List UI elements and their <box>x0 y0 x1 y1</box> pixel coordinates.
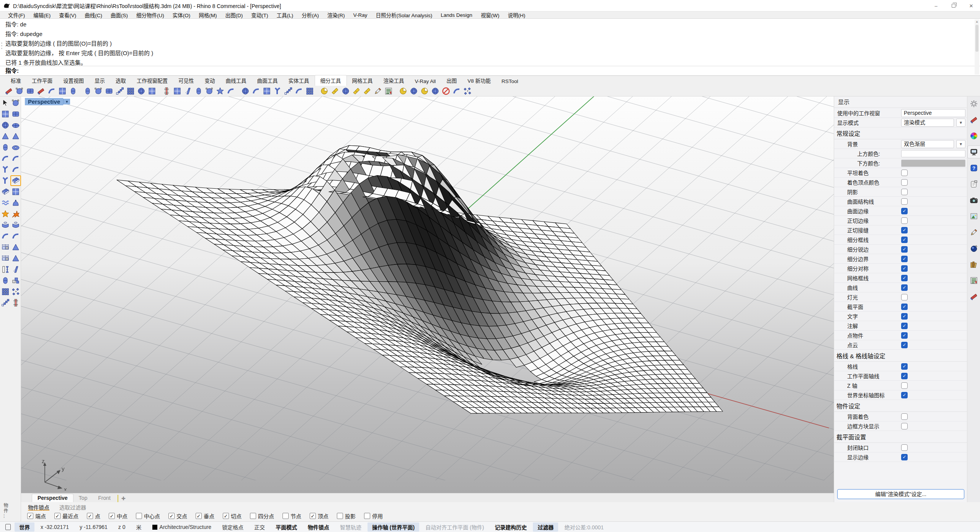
osnap-option-checked[interactable]: ✓最近点 <box>54 512 78 520</box>
statusbar-item[interactable]: 智慧轨迹 <box>335 522 366 532</box>
subd-extrude-slab-icon[interactable] <box>0 187 10 197</box>
command-history-area[interactable]: 指令: de指令: dupedge选取要复制的边缘 ( 目的图层(O)=目前的 … <box>0 18 980 76</box>
osnap-option-checked[interactable]: ✓垂点 <box>196 512 214 520</box>
subd-display-icon[interactable] <box>4 86 13 96</box>
osnap-option-checked[interactable]: ✓顶点 <box>310 512 328 520</box>
menu-item-v[interactable]: 查看(V) <box>55 11 80 19</box>
checkbox-checked[interactable]: ✓ <box>901 454 908 460</box>
menu-item-landsdesign[interactable]: Lands Design <box>436 12 477 18</box>
gold-ring-icon[interactable] <box>398 86 408 96</box>
osnap-checkbox[interactable]: ✓ <box>54 513 60 519</box>
minimize-button[interactable]: – <box>927 0 945 11</box>
checkbox-unchecked[interactable] <box>901 179 908 186</box>
subd-plane-icon[interactable] <box>0 109 10 119</box>
osnap-checkbox[interactable] <box>283 513 289 519</box>
checkbox-unchecked[interactable] <box>901 198 908 205</box>
library-books-icon[interactable] <box>968 258 980 271</box>
subd-wedge-solid-icon[interactable] <box>11 242 21 252</box>
osnap-option-unchecked[interactable]: 中心点 <box>136 512 160 520</box>
subd-stitch-icon[interactable] <box>115 86 124 96</box>
chevron-down-icon[interactable]: ▼ <box>956 140 965 148</box>
subd-star-point-icon[interactable] <box>215 86 225 96</box>
statusbar-item[interactable]: 世界 <box>15 522 34 532</box>
statusbar-pane-icon[interactable] <box>5 524 11 530</box>
subd-swirl-icon[interactable] <box>251 86 261 96</box>
viewport-title-dropdown-icon[interactable]: ▼ <box>63 99 70 104</box>
subd-hourglass-icon[interactable] <box>0 264 10 274</box>
viewport-title-label[interactable]: Perspective <box>25 98 63 105</box>
menu-item-u[interactable]: 细分物件(U) <box>132 11 168 19</box>
checkbox-checked[interactable]: ✓ <box>901 246 908 253</box>
checkbox-checked[interactable]: ✓ <box>901 265 908 272</box>
subd-pipe-join-icon[interactable] <box>283 86 293 96</box>
subd-truncated-cone-icon[interactable] <box>11 131 21 141</box>
toolbar-tab[interactable]: 工作视窗配置 <box>131 75 173 86</box>
restore-button[interactable] <box>945 0 962 11</box>
color-swatch[interactable] <box>901 160 965 167</box>
brush-tool-icon[interactable] <box>373 86 382 96</box>
material-ball-icon[interactable] <box>968 242 980 255</box>
toolbar-tab[interactable]: V8 新功能 <box>462 75 496 86</box>
osnap-option-unchecked[interactable]: 四分点 <box>250 512 274 520</box>
pie-sphere-icon[interactable] <box>409 86 418 96</box>
toolbar-tab[interactable]: 细分工具 <box>315 75 347 86</box>
checkbox-checked[interactable]: ✓ <box>901 227 908 233</box>
menu-item-f[interactable]: 文件(F) <box>4 11 29 19</box>
pen-icon[interactable] <box>968 226 980 239</box>
help-icon[interactable]: ? <box>968 162 980 175</box>
viewport-tab-perspective[interactable]: Perspective <box>32 494 74 502</box>
checkbox-unchecked[interactable] <box>901 413 908 420</box>
statusbar-item[interactable]: z 0 <box>114 523 130 531</box>
checkbox-unchecked[interactable] <box>901 444 908 451</box>
subd-ball-join-icon[interactable] <box>240 86 250 96</box>
subd-sphere-icon[interactable] <box>0 120 10 130</box>
statusbar-item[interactable]: 正交 <box>250 522 270 532</box>
subd-crown-icon[interactable] <box>11 198 21 208</box>
subd-hexagon-icon[interactable] <box>93 86 103 96</box>
subd-flow-icon[interactable] <box>47 86 56 96</box>
osnap-checkbox[interactable]: ✓ <box>109 513 115 519</box>
checkbox-unchecked[interactable] <box>901 423 908 429</box>
menu-item-a[interactable]: 分析(A) <box>297 11 323 19</box>
dock-grip[interactable] <box>1 42 3 49</box>
osnap-option-checked[interactable]: ✓端点 <box>27 512 46 520</box>
subd-arc-2-icon[interactable] <box>11 153 21 163</box>
checkbox-checked[interactable]: ✓ <box>901 373 908 379</box>
subd-grid-plane-icon[interactable] <box>147 86 157 96</box>
osnap-checkbox[interactable]: ✓ <box>168 513 175 519</box>
subd-arc-handle-icon[interactable] <box>11 231 21 241</box>
menu-item-s[interactable]: 曲面(S) <box>106 11 132 19</box>
no-smooth-icon[interactable] <box>441 86 451 96</box>
subd-capsule-select-icon[interactable] <box>0 276 10 286</box>
subd-mesh-box-icon[interactable] <box>262 86 271 96</box>
checkbox-unchecked[interactable] <box>901 382 908 389</box>
subd-crease-tool-icon[interactable] <box>162 86 171 96</box>
toolbar-tab[interactable]: 实体工具 <box>283 75 315 86</box>
statusbar-item[interactable]: 锁定格点 <box>217 522 248 532</box>
menu-item-l[interactable]: 工具(L) <box>273 11 298 19</box>
gold-fan-icon[interactable] <box>351 86 361 96</box>
toolbar-tab[interactable]: 曲面工具 <box>252 75 283 86</box>
statusbar-item[interactable]: 过滤器 <box>533 522 558 532</box>
gear-icon[interactable] <box>968 97 980 110</box>
subd-paint-grid-icon[interactable] <box>172 86 182 96</box>
active-viewport-field[interactable]: Perspective <box>901 109 965 117</box>
checkbox-unchecked[interactable] <box>901 217 908 224</box>
subd-swirl-icon[interactable] <box>0 165 10 175</box>
osnap-option-checked[interactable]: ✓交点 <box>168 512 187 520</box>
osnap-option-checked[interactable]: ✓中点 <box>109 512 127 520</box>
subd-point-chain-icon[interactable] <box>0 298 10 308</box>
toolbar-tab[interactable]: 网格工具 <box>347 75 378 86</box>
add-viewport-tab-button[interactable]: ✚ <box>118 495 129 502</box>
osnap-option-unchecked[interactable]: 投影 <box>337 512 356 520</box>
osnap-checkbox[interactable]: ✓ <box>310 513 316 519</box>
checkbox-checked[interactable]: ✓ <box>901 284 908 291</box>
osnap-tab[interactable]: 物件锁点 <box>28 503 49 511</box>
subd-cube-icon[interactable] <box>25 86 35 96</box>
osnap-checkbox[interactable] <box>337 513 343 519</box>
menu-item-h[interactable]: 说明(H) <box>504 11 530 19</box>
menu-item-m[interactable]: 网格(M) <box>194 11 221 19</box>
checkbox-checked[interactable]: ✓ <box>901 208 908 214</box>
osnap-option-checked[interactable]: ✓点 <box>87 512 100 520</box>
subd-control-box-icon[interactable] <box>57 86 67 96</box>
